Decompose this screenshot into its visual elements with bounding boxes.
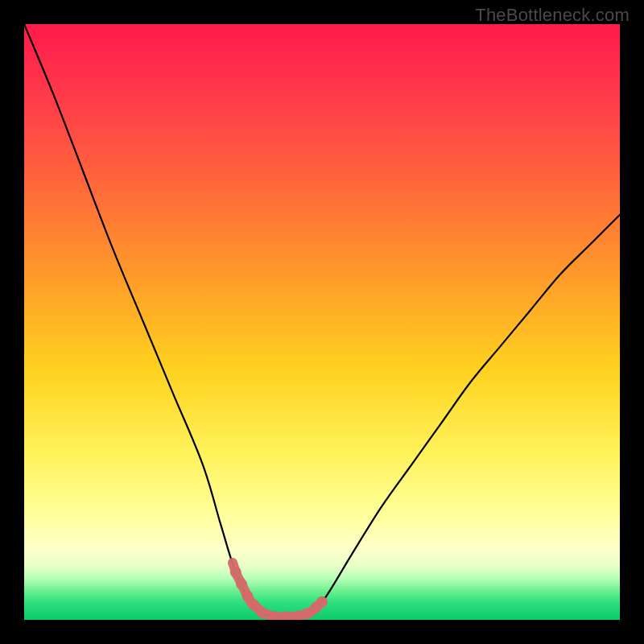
watermark-text: TheBottleneck.com bbox=[475, 5, 630, 26]
chart-container: TheBottleneck.com bbox=[0, 0, 644, 644]
plot-area bbox=[24, 24, 620, 620]
